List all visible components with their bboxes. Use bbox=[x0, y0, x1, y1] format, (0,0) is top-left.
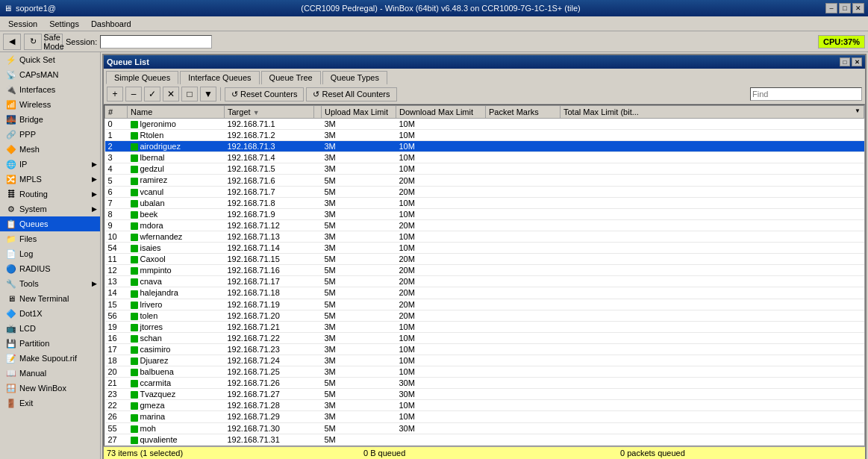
sidebar-item-files[interactable]: 📁 Files bbox=[0, 231, 100, 246]
col-download[interactable]: Download Max Limit bbox=[396, 106, 486, 119]
table-row[interactable]: 21 ccarmita 192.168.71.26 5M 30M bbox=[105, 378, 864, 389]
sidebar-item-queues[interactable]: 📋 Queues bbox=[0, 216, 100, 231]
table-row[interactable]: 55 moh 192.168.71.30 5M 30M bbox=[105, 422, 864, 434]
menu-dashboard[interactable]: Dashboard bbox=[85, 18, 137, 30]
sidebar-item-mesh[interactable]: 🔶 Mesh bbox=[0, 142, 100, 157]
cell-upload: 3M bbox=[322, 119, 396, 130]
disable-button[interactable]: ✕ bbox=[163, 87, 179, 102]
table-row[interactable]: 1 Rtolen 192.168.71.2 3M 10M bbox=[105, 130, 864, 141]
sidebar-item-exit[interactable]: 🚪 Exit bbox=[0, 396, 100, 410]
col-upload[interactable]: Upload Max Limit bbox=[322, 106, 396, 119]
queue-window-collapse[interactable]: □ bbox=[840, 57, 850, 66]
sidebar-item-new-winbox[interactable]: 🪟 New WinBox bbox=[0, 381, 100, 396]
sidebar-item-quick-set[interactable]: ⚡ Quick Set bbox=[0, 52, 100, 67]
sidebar-item-manual[interactable]: 📖 Manual bbox=[0, 366, 100, 381]
tab-simple-queues[interactable]: Simple Queues bbox=[106, 71, 178, 84]
log-icon: 📄 bbox=[6, 249, 16, 259]
table-row[interactable]: 7 ubalan 192.168.71.8 3M 10M bbox=[105, 197, 864, 208]
safe-mode-button[interactable]: Safe Mode bbox=[45, 34, 63, 50]
col-num[interactable]: # bbox=[105, 106, 128, 119]
sidebar-item-wireless[interactable]: 📶 Wireless bbox=[0, 97, 100, 112]
table-row[interactable]: 6 vcanul 192.168.71.7 5M 20M bbox=[105, 186, 864, 197]
sidebar-item-make-supout[interactable]: 📝 Make Supout.rif bbox=[0, 351, 100, 366]
table-row[interactable]: 14 halejandra 192.168.71.18 5M 20M bbox=[105, 287, 864, 299]
tab-queue-tree[interactable]: Queue Tree bbox=[261, 71, 321, 84]
table-row[interactable]: 8 beek 192.168.71.9 3M 10M bbox=[105, 208, 864, 219]
table-row[interactable]: 2 airodriguez 192.168.71.3 3M 10M bbox=[105, 141, 864, 152]
cell-name: Tvazquez bbox=[128, 389, 225, 400]
col-name[interactable]: Name bbox=[128, 106, 225, 119]
table-row[interactable]: 15 lrivero 192.168.71.19 5M 20M bbox=[105, 299, 864, 310]
table-row[interactable]: 16 schan 192.168.71.22 3M 10M bbox=[105, 332, 864, 343]
status-dot bbox=[131, 335, 138, 343]
close-button[interactable]: ✕ bbox=[852, 3, 864, 13]
table-row[interactable]: 23 Tvazquez 192.168.71.27 5M 30M bbox=[105, 389, 864, 400]
sidebar-item-bridge[interactable]: 🌉 Bridge bbox=[0, 112, 100, 127]
menu-settings[interactable]: Settings bbox=[43, 18, 85, 30]
cell-empty bbox=[314, 400, 322, 411]
sidebar-item-ppp[interactable]: 🔗 PPP bbox=[0, 127, 100, 142]
remove-button[interactable]: – bbox=[125, 87, 142, 102]
tools-icon: 🔧 bbox=[6, 278, 16, 289]
table-row[interactable]: 9 mdora 192.168.71.12 5M 20M bbox=[105, 219, 864, 231]
table-row[interactable]: 3 lbernal 192.168.71.4 3M 10M bbox=[105, 152, 864, 163]
sidebar-item-radius[interactable]: 🔵 RADIUS bbox=[0, 261, 100, 276]
sidebar-item-dot1x[interactable]: 🔷 Dot1X bbox=[0, 306, 100, 321]
cell-total bbox=[561, 254, 864, 265]
cell-download: 10M bbox=[396, 141, 486, 152]
add-button[interactable]: + bbox=[107, 87, 123, 102]
sidebar-item-routing[interactable]: 🛤 Routing ▶ bbox=[0, 187, 100, 202]
table-row[interactable]: 11 Caxool 192.168.71.15 5M 20M bbox=[105, 254, 864, 265]
sidebar-item-interfaces[interactable]: 🔌 Interfaces bbox=[0, 82, 100, 97]
refresh-button[interactable]: ↻ bbox=[24, 34, 42, 50]
table-row[interactable]: 18 Djuarez 192.168.71.24 3M 10M bbox=[105, 355, 864, 366]
make-supout-icon: 📝 bbox=[6, 353, 16, 363]
reset-counters-button[interactable]: ↺ Reset Counters bbox=[225, 87, 304, 102]
menu-session[interactable]: Session bbox=[2, 18, 43, 30]
tab-queue-types[interactable]: Queue Types bbox=[322, 71, 387, 84]
table-row[interactable]: 17 casimiro 192.168.71.23 3M 10M bbox=[105, 343, 864, 355]
find-input[interactable] bbox=[750, 87, 862, 101]
table-row[interactable]: 20 balbuena 192.168.71.25 3M 10M bbox=[105, 366, 864, 378]
cell-empty bbox=[314, 276, 322, 287]
sidebar-item-log[interactable]: 📄 Log bbox=[0, 246, 100, 261]
table-row[interactable]: 13 cnava 192.168.71.17 5M 20M bbox=[105, 276, 864, 287]
col-target[interactable]: Target ▼ bbox=[225, 106, 314, 119]
cell-download: 10M bbox=[396, 366, 486, 378]
table-row[interactable]: 4 gedzul 192.168.71.5 3M 10M bbox=[105, 163, 864, 175]
table-row[interactable]: 5 ramirez 192.168.71.6 5M 20M bbox=[105, 175, 864, 186]
sidebar-item-ip[interactable]: 🌐 IP ▶ bbox=[0, 157, 100, 172]
table-row[interactable]: 56 tolen 192.168.71.20 5M 20M bbox=[105, 310, 864, 321]
col-total[interactable]: Total Max Limit (bit... ▼ bbox=[561, 106, 864, 119]
table-row[interactable]: 10 wfernandez 192.168.71.13 3M 10M bbox=[105, 231, 864, 242]
session-input[interactable] bbox=[100, 35, 212, 49]
reset-all-counters-button[interactable]: ↺ Reset All Counters bbox=[306, 87, 396, 102]
table-row[interactable]: 27 quvaliente 192.168.71.31 5M bbox=[105, 434, 864, 445]
table-row[interactable]: 19 jtorres 192.168.71.21 3M 10M bbox=[105, 321, 864, 332]
back-button[interactable]: ◀ bbox=[3, 34, 21, 50]
enable-button[interactable]: ✓ bbox=[144, 87, 160, 102]
sidebar-item-mpls[interactable]: 🔀 MPLS ▶ bbox=[0, 172, 100, 187]
cell-total bbox=[561, 411, 864, 422]
filter-button[interactable]: ▼ bbox=[200, 87, 216, 102]
sidebar-item-capsman[interactable]: 📡 CAPsMAN bbox=[0, 67, 100, 82]
sidebar-item-partition[interactable]: 💾 Partition bbox=[0, 336, 100, 351]
table-row[interactable]: 26 marina 192.168.71.29 3M 10M bbox=[105, 411, 864, 422]
cell-target: 192.168.71.23 bbox=[225, 343, 314, 355]
table-row[interactable]: 12 mmpinto 192.168.71.16 5M 20M bbox=[105, 265, 864, 276]
sidebar-item-lcd[interactable]: 📺 LCD bbox=[0, 321, 100, 336]
cell-name: halejandra bbox=[128, 287, 225, 299]
table-row[interactable]: 22 gmeza 192.168.71.28 3M 10M bbox=[105, 400, 864, 411]
table-row[interactable]: 0 lgeronimo 192.168.71.1 3M 10M bbox=[105, 119, 864, 130]
tab-interface-queues[interactable]: Interface Queues bbox=[180, 71, 259, 84]
table-row[interactable]: 54 isaies 192.168.71.14 3M 10M bbox=[105, 243, 864, 254]
sidebar-item-system[interactable]: ⚙ System ▶ bbox=[0, 202, 100, 216]
col-marks[interactable]: Packet Marks bbox=[486, 106, 561, 119]
minimize-button[interactable]: – bbox=[825, 3, 837, 13]
sidebar-item-tools[interactable]: 🔧 Tools ▶ bbox=[0, 276, 100, 291]
maximize-button[interactable]: □ bbox=[839, 3, 851, 13]
queue-window-close[interactable]: ✕ bbox=[852, 57, 862, 66]
cell-download: 10M bbox=[396, 197, 486, 208]
sidebar-item-new-terminal[interactable]: 🖥 New Terminal bbox=[0, 291, 100, 306]
copy-button[interactable]: □ bbox=[181, 87, 198, 102]
